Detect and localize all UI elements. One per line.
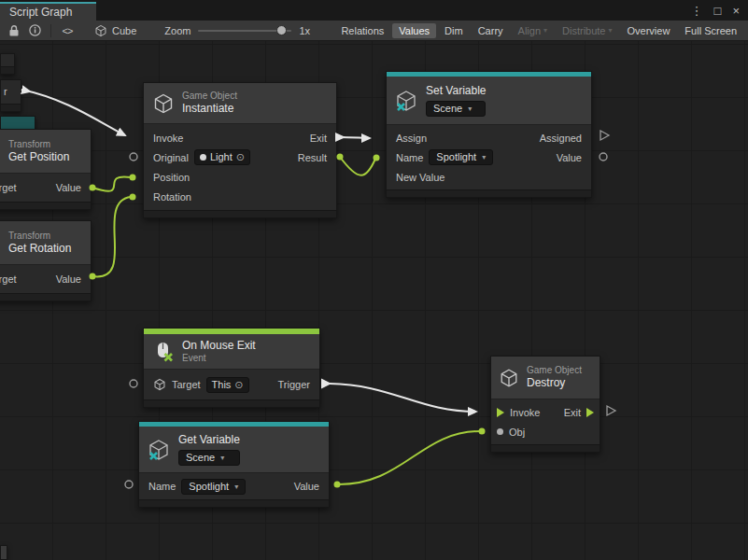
object-picker-icon[interactable]: ⊙ xyxy=(234,379,243,391)
values-button[interactable]: Values xyxy=(392,23,436,38)
port-label-assigned: Assigned xyxy=(540,133,582,144)
wire-exit-assign[interactable] xyxy=(339,137,370,138)
zoom-slider-handle[interactable] xyxy=(276,25,287,35)
maximize-icon[interactable]: □ xyxy=(714,5,722,17)
port-setvar-value-out[interactable] xyxy=(600,153,607,161)
object-field-value: This xyxy=(212,379,232,391)
variable-scope-dropdown[interactable]: Scene ▾ xyxy=(426,101,486,117)
node-header[interactable]: On Mouse Exit Event xyxy=(144,334,319,370)
port-destroy-exit-out[interactable] xyxy=(607,406,615,415)
zoom-slider[interactable] xyxy=(198,30,291,32)
object-field-this[interactable]: This ⊙ xyxy=(206,377,249,393)
port-label-value: Value xyxy=(56,182,81,193)
tab-script-graph[interactable]: Script Graph xyxy=(0,2,96,21)
port-trigger-out[interactable] xyxy=(321,379,332,389)
game-object-icon xyxy=(499,368,519,388)
zoom-control: Zoom 1x xyxy=(164,25,310,36)
node-subtitle: Event xyxy=(182,353,256,364)
port-rotation-in[interactable] xyxy=(130,194,136,201)
port-row: Assign Assigned xyxy=(387,128,591,147)
flow-in-arrow-icon[interactable] xyxy=(497,408,504,417)
port-label-name: Name xyxy=(396,152,423,163)
node-fragment-teal[interactable] xyxy=(0,116,35,130)
port-getvariable-value[interactable] xyxy=(334,482,341,488)
variable-name-dropdown[interactable]: Spotlight ▾ xyxy=(181,479,246,495)
graph-target[interactable]: Cube xyxy=(94,24,136,37)
port-row: Invoke Exit xyxy=(491,402,600,422)
port-mouseexit-target-in[interactable] xyxy=(130,380,137,387)
wire-position[interactable] xyxy=(92,176,131,190)
port-setvar-in[interactable] xyxy=(374,155,380,161)
port-label-assign: Assign xyxy=(396,133,427,144)
tab-bar: Script Graph ⋮ □ × xyxy=(0,0,748,21)
value-port-icon[interactable] xyxy=(497,428,503,435)
lock-icon[interactable] xyxy=(4,21,24,40)
node-title: Instantiate xyxy=(182,102,237,116)
node-set-variable[interactable]: Set Variable Scene ▾ Assign Assigned Nam… xyxy=(386,71,592,198)
node-get-rotation[interactable]: Transform Get Rotation Target Value xyxy=(0,220,92,301)
node-fragment-entry[interactable]: r xyxy=(0,79,21,112)
overview-button[interactable]: Overview xyxy=(621,23,677,38)
port-row: Name Spotlight ▾ Value xyxy=(387,147,591,167)
node-on-mouse-exit[interactable]: On Mouse Exit Event Target This ⊙ Trigge… xyxy=(143,328,320,408)
object-field-light[interactable]: Light ⊙ xyxy=(194,149,250,165)
distribute-button[interactable]: Distribute ▾ xyxy=(556,23,618,38)
node-destroy[interactable]: Game Object Destroy Invoke Exit Obj xyxy=(490,356,600,453)
node-get-position[interactable]: Transform Get Position Target Value xyxy=(0,129,92,210)
game-object-icon xyxy=(152,92,175,115)
port-label-exit: Exit xyxy=(564,407,581,418)
node-header[interactable]: Game Object Instantiate xyxy=(144,83,336,124)
carry-button[interactable]: Carry xyxy=(472,23,510,38)
graph-canvas[interactable]: r Transform Get Position Target Value Tr… xyxy=(0,41,748,560)
port-label-value: Value xyxy=(56,273,81,285)
port-position-in[interactable] xyxy=(130,175,136,181)
target-name-label: Cube xyxy=(112,25,136,36)
node-instantiate[interactable]: Game Object Instantiate Invoke Exit Orig… xyxy=(143,82,337,218)
port-label-value: Value xyxy=(557,152,582,163)
graph-toolbar: <> Cube Zoom 1x Relations Values Dim Car… xyxy=(0,21,748,41)
port-row: Name Spotlight ▾ Value xyxy=(139,476,329,497)
menu-icon[interactable]: ⋮ xyxy=(691,5,703,17)
distribute-label: Distribute xyxy=(562,25,605,36)
node-fragment-bottom[interactable] xyxy=(0,545,7,560)
port-label-obj: Obj xyxy=(509,427,525,438)
node-fragment-top[interactable] xyxy=(0,53,15,75)
port-obj-in[interactable] xyxy=(479,428,486,435)
port-label-name: Name xyxy=(148,481,176,492)
node-header[interactable]: Transform Get Rotation xyxy=(0,221,91,265)
port-original-in[interactable] xyxy=(130,153,137,161)
port-getvariable-name-in[interactable] xyxy=(125,481,133,488)
wire-result-name[interactable] xyxy=(340,157,375,175)
wire-trigger-invoke[interactable] xyxy=(330,384,476,412)
info-icon-glyph xyxy=(29,24,41,36)
node-title: Get Rotation xyxy=(8,242,71,256)
flow-out-arrow-icon[interactable] xyxy=(586,408,594,417)
code-view-icon[interactable]: <> xyxy=(57,21,78,40)
align-button[interactable]: Align ▾ xyxy=(512,23,554,38)
node-header[interactable]: Get Variable Scene ▾ xyxy=(139,427,329,473)
wire-arrow xyxy=(21,90,30,91)
object-picker-icon[interactable]: ⊙ xyxy=(236,151,245,163)
chevron-down-icon: ▾ xyxy=(220,452,224,464)
close-icon[interactable]: × xyxy=(732,5,740,17)
wire-value-obj[interactable] xyxy=(337,431,480,484)
port-setvar-assigned-out[interactable] xyxy=(600,131,609,140)
info-icon[interactable] xyxy=(24,21,45,40)
fragment-label: r xyxy=(1,80,21,103)
node-footer xyxy=(139,499,329,507)
variable-scope-dropdown[interactable]: Scene ▾ xyxy=(178,450,240,466)
node-footer xyxy=(144,210,336,217)
node-header[interactable]: Set Variable Scene ▾ xyxy=(387,77,591,125)
dim-button[interactable]: Dim xyxy=(438,23,470,38)
wire-rotation[interactable] xyxy=(92,197,131,276)
node-get-variable[interactable]: Get Variable Scene ▾ Name Spotlight ▾ Va… xyxy=(138,421,330,508)
toolbar-divider xyxy=(50,24,51,37)
full-screen-button[interactable]: Full Screen xyxy=(678,23,743,38)
node-footer xyxy=(491,444,600,452)
node-header[interactable]: Game Object Destroy xyxy=(491,357,600,399)
variable-name-dropdown[interactable]: Spotlight ▾ xyxy=(429,149,493,165)
relations-button[interactable]: Relations xyxy=(334,23,390,38)
lock-icon-glyph xyxy=(8,24,20,37)
node-header[interactable]: Transform Get Position xyxy=(0,130,91,174)
port-result-out[interactable] xyxy=(337,154,344,161)
